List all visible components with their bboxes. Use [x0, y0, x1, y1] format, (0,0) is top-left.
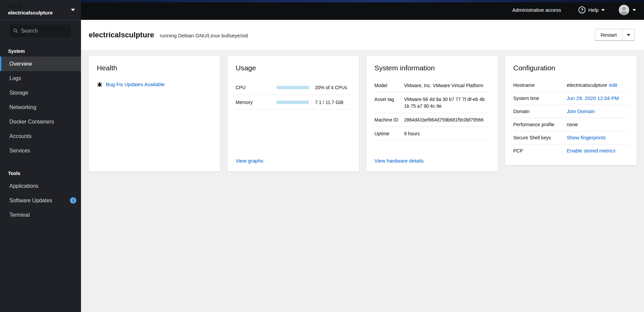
secure-shell-keys-row: Secure Shell keys Show fingerprints [513, 131, 629, 144]
host-text: tsec@ electricalsculpture [8, 3, 71, 16]
nav-section-system: System [0, 45, 81, 57]
table-row: Model VMware, Inc. VMware Virtual Platfo… [374, 79, 490, 93]
memory-usage-row: Memory 7.1 / 11.7 GiB [236, 95, 351, 110]
cpu-label: CPU [236, 85, 277, 90]
help-menu[interactable]: ? Help [578, 6, 605, 13]
main-content: Health Bug Fix Updates Available [81, 50, 644, 312]
performance-profile-value: none [567, 121, 578, 128]
sidebar-item-software-updates[interactable]: Software Updates i [0, 193, 81, 208]
system-information-title: System information [374, 64, 490, 72]
restart-split-button: Restart [595, 29, 635, 41]
card-row: Health Bug Fix Updates Available [89, 56, 637, 172]
help-icon: ? [578, 6, 586, 13]
domain-row: Domain Join Domain [513, 105, 629, 118]
hostname-row: Hostname electricalsculptureedit [513, 79, 629, 92]
cpu-value: 20% of 4 CPUs [315, 85, 347, 90]
view-hardware-details-link[interactable]: View hardware details [374, 158, 490, 164]
memory-value: 7.1 / 11.7 GiB [315, 100, 344, 105]
bug-icon [97, 81, 103, 87]
info-badge-icon: i [70, 197, 76, 204]
title-row: electricalsculpture running Debian GNU/L… [89, 31, 248, 39]
configuration-card: Configuration Hostname electricalsculptu… [505, 56, 637, 165]
sidebar-item-storage[interactable]: Storage [0, 85, 81, 100]
system-information-card: System information Model VMware, Inc. VM… [366, 56, 498, 172]
sidebar-item-networking[interactable]: Networking [0, 100, 81, 114]
nav-section-tools: Tools [0, 167, 81, 179]
memory-label: Memory [236, 100, 277, 105]
restart-button[interactable]: Restart [595, 29, 622, 41]
host-name: electricalsculpture [8, 9, 71, 16]
help-label: Help [588, 7, 599, 13]
sidebar-item-applications[interactable]: Applications [0, 179, 81, 193]
usage-table: CPU 20% of 4 CPUs Memory 7.1 / 11.7 GiB [236, 80, 351, 110]
bug-fix-updates-link[interactable]: Bug Fix Updates Available [106, 81, 165, 87]
os-subtitle: running Debian GNU/Linux bullseye/sid [160, 33, 248, 38]
sidebar-nav: System Overview Logs Storage Networking … [0, 45, 81, 222]
usage-card-title: Usage [236, 64, 351, 72]
user-icon [619, 5, 629, 15]
sidebar-item-services[interactable]: Services [0, 143, 81, 158]
avatar [619, 5, 629, 15]
configuration-title: Configuration [513, 64, 629, 72]
session-menu[interactable] [619, 5, 636, 15]
health-card: Health Bug Fix Updates Available [89, 56, 220, 172]
administrative-access-label[interactable]: Administrative access [512, 7, 561, 13]
host-switcher[interactable]: tsec@ electricalsculpture [0, 0, 81, 20]
chevron-down-icon [601, 9, 605, 11]
search-icon [13, 28, 18, 33]
search-wrap [0, 20, 81, 39]
system-time-link[interactable]: Jun 29, 2020 12:04 PM [567, 95, 619, 101]
pcp-row: PCP Enable stored metrics [513, 144, 629, 157]
host-user: tsec@ [8, 3, 71, 9]
content-header: electricalsculpture running Debian GNU/L… [81, 20, 644, 50]
sidebar-item-terminal[interactable]: Terminal [0, 208, 81, 222]
memory-progress-bar [277, 101, 309, 104]
enable-stored-metrics-link[interactable]: Enable stored metrics [567, 148, 615, 153]
usage-card: Usage CPU 20% of 4 CPUs Memory 7.1 / 11.… [228, 56, 359, 172]
masthead: Administrative access ? Help [81, 0, 644, 20]
search-input[interactable] [21, 28, 67, 34]
nav-gap [0, 158, 81, 167]
search-box[interactable] [9, 25, 71, 37]
sidebar-item-logs[interactable]: Logs [0, 71, 81, 85]
hostname-value: electricalsculptureedit [567, 82, 617, 88]
page-title: electricalsculpture [89, 31, 154, 39]
restart-dropdown-toggle[interactable] [622, 29, 635, 41]
chevron-down-icon [627, 34, 630, 36]
performance-profile-row: Performance profile none [513, 118, 629, 131]
chevron-down-icon [71, 9, 75, 11]
chevron-down-icon [633, 9, 636, 11]
join-domain-link[interactable]: Join Domain [567, 108, 595, 114]
table-row: Machine ID 2864d41bef864d759b681f9c0bf79… [374, 113, 490, 127]
cpu-usage-row: CPU 20% of 4 CPUs [236, 80, 351, 95]
sidebar-item-overview[interactable]: Overview [0, 57, 81, 71]
health-card-title: Health [97, 64, 212, 72]
sidebar: tsec@ electricalsculpture System Overvie… [0, 0, 81, 312]
sidebar-item-docker-containers[interactable]: Docker Containers [0, 114, 81, 129]
table-row: Asset tag VMware-56 4d 9a 30 b7 77 7f df… [374, 93, 490, 113]
show-fingerprints-link[interactable]: Show fingerprints [567, 135, 606, 140]
cpu-progress-bar [277, 86, 309, 89]
health-updates-row: Bug Fix Updates Available [97, 81, 212, 87]
system-information-table: Model VMware, Inc. VMware Virtual Platfo… [374, 79, 490, 141]
edit-hostname-link[interactable]: edit [609, 82, 617, 88]
system-time-row: System time Jun 29, 2020 12:04 PM [513, 92, 629, 105]
table-row: Uptime 9 hours [374, 127, 490, 141]
configuration-table: Hostname electricalsculptureedit System … [513, 79, 629, 157]
sidebar-item-accounts[interactable]: Accounts [0, 129, 81, 143]
view-graphs-link[interactable]: View graphs [236, 158, 351, 164]
